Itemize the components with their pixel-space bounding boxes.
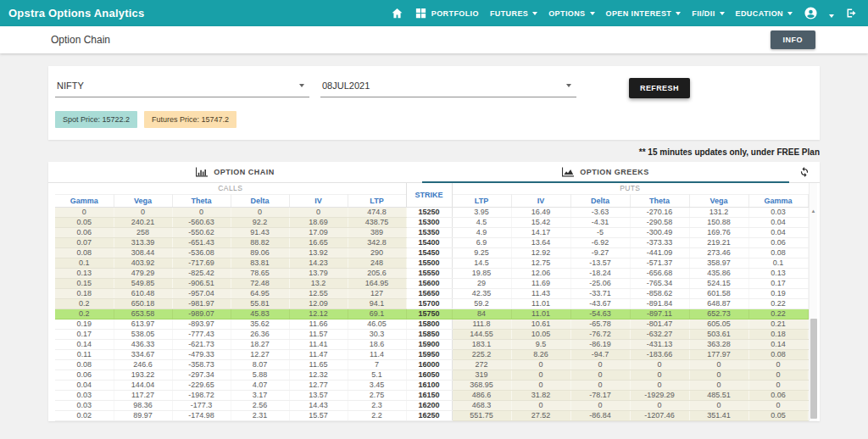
expiry-select[interactable]: 08JUL2021 [320,77,576,97]
puts-delta-header[interactable]: Delta [570,194,630,207]
calls-theta-header[interactable]: Theta [172,194,231,207]
user-menu-chevron[interactable] [829,6,834,21]
table-row: 0.04144.04-229.654.0712.773.4516100368.9… [55,380,808,390]
puts-iv-header[interactable]: IV [511,194,570,207]
puts-ltp-cell: 183.1 [452,339,511,349]
puts-group-header: PUTS [452,183,808,194]
puts-theta-header[interactable]: Theta [630,194,689,207]
strike-cell: 15400 [406,237,452,247]
calls-gamma-cell: 0.2 [55,308,114,319]
nav-item-portfolio[interactable]: PORTFOLIO [415,7,479,19]
chevron-down-icon [590,12,595,15]
chevron-down-icon [787,12,793,15]
puts-iv-cell: 14.17 [511,227,570,237]
calls-theta-cell: -621.73 [172,339,231,349]
home-icon[interactable] [391,7,403,19]
calls-vega-header[interactable]: Vega [114,194,172,207]
calls-delta-cell: 12.27 [231,349,289,359]
puts-vega-header[interactable]: Vega [689,194,748,207]
puts-iv-cell: 12.06 [511,268,570,278]
puts-iv-cell: 0 [511,359,570,370]
info-button[interactable]: INFO [771,31,816,49]
puts-vega-cell: 363.28 [689,339,748,349]
puts-gamma-cell: 0 [748,400,808,410]
puts-delta-cell: 0 [570,380,630,390]
puts-ltp-header[interactable]: LTP [452,194,511,207]
nav-item-fii-dii[interactable]: FII/DII [692,9,724,18]
puts-iv-cell: 11.01 [511,308,570,319]
puts-vega-cell: 351.41 [689,410,748,420]
puts-delta-cell: -94.7 [570,349,630,359]
table-scrollbar[interactable]: ▲ [809,183,817,421]
symbol-select[interactable]: NIFTY [55,77,309,97]
puts-ltp-cell: 468.3 [452,400,511,410]
tab-option-chain[interactable]: OPTION CHAIN [48,162,422,182]
calls-ltp-cell: 18.6 [348,339,406,349]
puts-vega-cell: 358.97 [689,258,748,268]
nav-item-futures[interactable]: FUTURES [490,9,537,18]
puts-theta-cell: -441.09 [630,247,689,258]
calls-delta-cell: 2.56 [231,400,289,410]
tab-option-greeks-label: OPTION GREEKS [580,168,649,176]
calls-ltp-header[interactable]: LTP [348,194,406,207]
table-row: 00000474.8152503.9516.49-3.63-270.16131.… [55,207,808,217]
nav-item-label: FUTURES [490,9,528,18]
calls-vega-cell: 98.36 [114,400,172,410]
puts-iv-cell: 16.49 [511,207,570,217]
calls-ltp-cell: 290 [348,247,406,258]
calls-delta-cell: 91.43 [231,227,289,237]
scrollbar-up-arrow[interactable]: ▲ [810,208,817,214]
app-title[interactable]: Opstra Options Analytics [8,7,144,19]
calls-ltp-cell: 3.45 [348,380,406,390]
calls-ltp-cell: 46.05 [348,319,406,329]
expiry-select-value: 08JUL2021 [322,81,370,91]
puts-theta-cell: -858.62 [630,288,689,298]
calls-gamma-cell: 0.07 [55,237,114,247]
strike-cell: 16000 [406,359,452,370]
puts-theta-cell: -431.13 [630,339,689,349]
calls-delta-cell: 2.31 [231,410,289,420]
strike-cell: 15800 [406,319,452,329]
calls-iv-header[interactable]: IV [289,194,348,207]
calls-delta-header[interactable]: Delta [231,194,289,207]
calls-gamma-cell: 0.06 [55,227,114,237]
puts-delta-cell: -9.27 [570,247,630,258]
scrollbar-thumb[interactable] [810,319,817,419]
calls-vega-cell: 313.39 [114,237,172,247]
puts-iv-cell: 10.61 [511,319,570,329]
puts-theta-cell: -1207.46 [630,410,689,420]
user-icon[interactable] [804,6,818,20]
nav-item-label: OPTIONS [548,9,585,18]
nav-item-education[interactable]: EDUCATION [736,9,793,18]
calls-iv-cell: 11.65 [289,359,348,370]
puts-gamma-cell: 0.05 [748,410,808,420]
table-refresh-icon[interactable] [789,162,820,182]
chevron-down-icon [532,12,537,15]
calls-gamma-header[interactable]: Gamma [55,194,114,207]
chevron-down-icon [720,12,725,15]
puts-iv-cell: 0 [511,370,570,380]
table-row: 0.2650.18-981.9755.8112.0994.11570059.21… [55,298,808,308]
calls-theta-cell: -174.98 [172,410,231,420]
spot-price-badge: Spot Price: 15722.2 [55,111,137,128]
nav-item-open-interest[interactable]: OPEN INTEREST [606,9,682,18]
tab-option-greeks[interactable]: OPTION GREEKS [422,162,789,182]
calls-gamma-cell: 0.08 [55,359,114,370]
calls-ltp-cell: 438.75 [348,217,406,227]
portfolio-grid-icon [415,7,427,19]
logout-icon[interactable] [845,7,858,19]
calls-vega-cell: 403.92 [114,258,172,268]
puts-gamma-header[interactable]: Gamma [748,194,808,207]
strike-cell: 15550 [406,268,452,278]
calls-vega-cell: 436.33 [114,339,172,349]
bar-chart-icon [196,167,208,177]
refresh-button[interactable]: REFRESH [629,78,690,98]
puts-delta-cell: -43.67 [570,298,630,308]
calls-theta-cell: -536.08 [172,247,231,258]
nav-item-label: FII/DII [692,9,715,18]
puts-delta-cell: -65.78 [570,319,630,329]
puts-iv-cell: 11.69 [511,278,570,288]
chevron-down-icon [299,84,304,87]
selects-row: NIFTY 08JUL2021 REFRESH [55,77,813,98]
nav-item-options[interactable]: OPTIONS [548,9,594,18]
